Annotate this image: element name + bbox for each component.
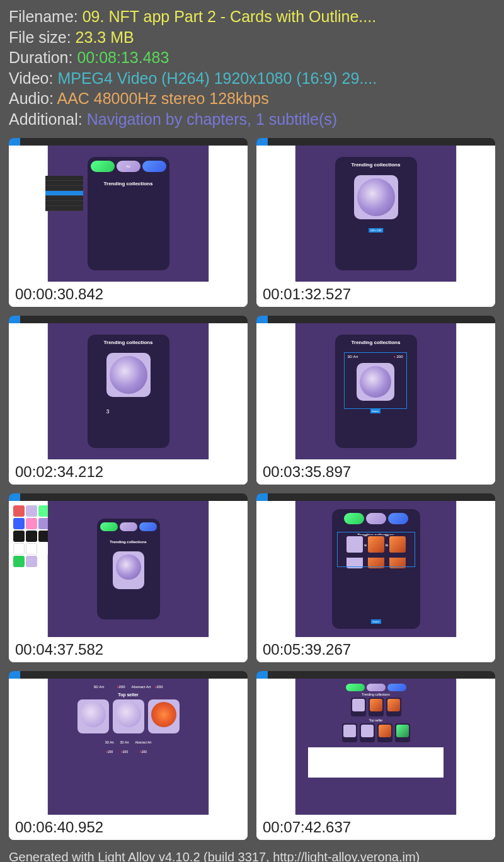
audio-value: AAC 48000Hz stereo 128kbps — [57, 89, 268, 107]
category-label: Art — [117, 161, 140, 172]
duration-value: 00:08:13.483 — [77, 49, 169, 66]
thumbnail-image: Trending collections — [9, 493, 248, 637]
thumbnail-image: Trending collections 3D Art ♥ 200 frame — [256, 316, 495, 459]
audio-label: Audio: — [9, 89, 57, 107]
thumbnail-image: Trending collections 100 x 100 — [256, 138, 495, 282]
timestamp: 00:07:42.637 — [256, 815, 495, 840]
timestamp: 00:06:40.952 — [9, 815, 248, 840]
section-label: Top seller — [295, 718, 456, 722]
filename-value: 09. NFT app Part 2 - Cards with Outline.… — [83, 8, 376, 25]
additional-value: Navigation by chapters, 1 subtitle(s) — [87, 110, 337, 128]
filesize-row: File size: 23.3 MB — [9, 27, 495, 48]
timestamp: 00:03:35.897 — [256, 459, 495, 485]
trending-label: Trending collections — [335, 335, 417, 350]
thumbnail-card[interactable]: Trending collections Trending collection… — [256, 493, 495, 662]
thumbnail-image: 3D Art♥200 Abstract Art♥200 Top seller 3… — [9, 671, 248, 815]
label-3d: 3D Art — [348, 355, 358, 359]
thumbnail-image: Art Trending collections — [9, 138, 248, 282]
video-value: MPEG4 Video (H264) 1920x1080 (16:9) 29..… — [57, 69, 377, 87]
thumbnail-card[interactable]: 3D Art♥200 Abstract Art♥200 Top seller 3… — [9, 671, 248, 840]
footer-text: Generated with Light Alloy v4.10.2 (buil… — [0, 845, 504, 862]
trending-label: Trending collections — [295, 692, 456, 696]
filename-row: Filename: 09. NFT app Part 2 - Cards wit… — [9, 6, 495, 27]
timestamp: 00:02:34.212 — [9, 459, 248, 485]
timestamp: 00:00:30.842 — [9, 282, 248, 307]
video-label: Video: — [9, 69, 57, 87]
thumbnail-card[interactable]: Trending collections 3 00:02:34.212 — [9, 316, 248, 485]
trending-label: Trending collections — [88, 176, 169, 192]
extra-text: 3 — [88, 408, 169, 415]
thumbnail-card[interactable]: Art Trending collections 00:00:30.842 — [9, 138, 248, 307]
thumbnail-grid: Art Trending collections 00:00:30.842 Tr… — [0, 133, 504, 845]
timestamp: 00:05:39.267 — [256, 637, 495, 662]
additional-row: Additional: Navigation by chapters, 1 su… — [9, 109, 495, 130]
thumbnail-card[interactable]: Trending collections Top seller — [256, 671, 495, 840]
thumbnail-card[interactable]: Trending collections 3D Art ♥ 200 frame — [256, 316, 495, 485]
timestamp: 00:04:37.582 — [9, 637, 248, 662]
asset-panel — [11, 503, 45, 569]
audio-row: Audio: AAC 48000Hz stereo 128kbps — [9, 88, 495, 109]
section-label: Top seller — [48, 692, 209, 697]
duration-label: Duration: — [9, 49, 77, 66]
likes: 200 — [396, 355, 403, 359]
trending-label: Trending collections — [97, 535, 160, 549]
trending-label: Trending collections — [88, 335, 169, 350]
additional-label: Additional: — [9, 110, 87, 128]
filename-label: Filename: — [9, 8, 83, 25]
metadata-header: Filename: 09. NFT app Part 2 - Cards wit… — [0, 0, 504, 133]
thumbnail-image: Trending collections Trending collection… — [256, 493, 495, 637]
thumbnail-card[interactable]: Trending collections 100 x 100 00:01:32.… — [256, 138, 495, 307]
video-row: Video: MPEG4 Video (H264) 1920x1080 (16:… — [9, 68, 495, 89]
thumbnail-image: Trending collections 3 — [9, 316, 248, 459]
filesize-label: File size: — [9, 28, 76, 46]
thumbnail-card[interactable]: Trending collections 00:04:37.582 — [9, 493, 248, 662]
trending-label: Trending collections — [335, 157, 417, 173]
thumbnail-image: Trending collections Top seller — [256, 671, 495, 815]
filesize-value: 23.3 MB — [76, 28, 134, 46]
duration-row: Duration: 00:08:13.483 — [9, 47, 495, 68]
context-menu — [45, 176, 83, 211]
timestamp: 00:01:32.527 — [256, 282, 495, 307]
